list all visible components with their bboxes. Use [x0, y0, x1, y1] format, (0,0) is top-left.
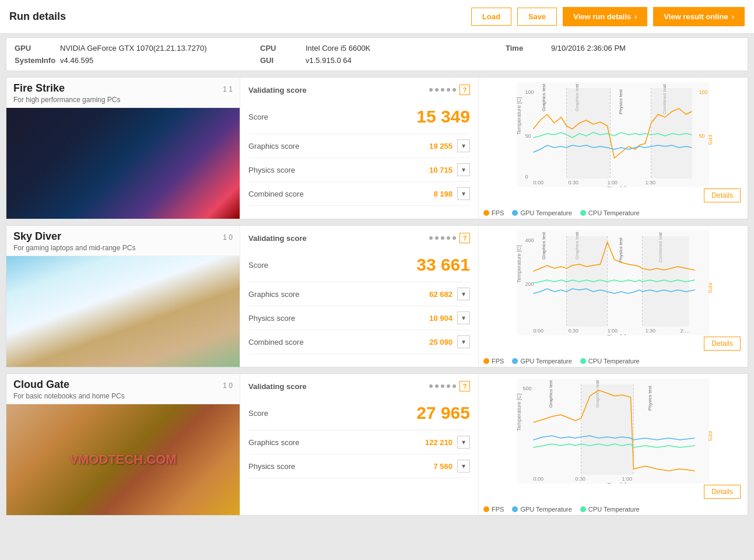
svg-text:500: 500 — [523, 386, 532, 391]
bench-middle-cloudgate: Validating score ? Score 27 — [240, 374, 479, 515]
dot — [441, 384, 444, 388]
cpu-row: CPU Intel Core i5 6600K — [260, 44, 494, 52]
gpu-temp-legend-dot — [512, 358, 518, 364]
dot — [429, 88, 433, 92]
subscore-row: Physics score 10 904 ▾ — [248, 306, 470, 330]
subscore-label: Graphics score — [248, 290, 299, 299]
bench-version: 1 1 — [223, 85, 233, 93]
bench-left-skydiver: Sky Diver 1 0 For gaming laptops and mid… — [6, 226, 240, 367]
details-button[interactable]: Details — [704, 188, 741, 202]
svg-text:0:30: 0:30 — [569, 328, 579, 334]
subscore-value: 10 715 — [429, 166, 453, 174]
svg-text:Graphics test 1: Graphics test 1 — [541, 230, 546, 260]
svg-rect-18 — [567, 88, 611, 178]
details-button[interactable]: Details — [704, 337, 741, 351]
benchmark-section-cloudgate: Cloud Gate 1 0 For basic notebooks and h… — [6, 373, 748, 516]
score-label: Score — [248, 113, 268, 121]
view-result-button[interactable]: View result online › — [653, 7, 745, 26]
dot — [447, 88, 450, 92]
legend-fps: FPS — [483, 209, 504, 216]
bench-header: Sky Diver 1 0 For gaming laptops and mid… — [6, 226, 240, 256]
bench-subtitle: For basic notebooks and home PCs — [13, 392, 233, 400]
score-value: 15 349 — [416, 107, 470, 127]
svg-text:Temperature [C]: Temperature [C] — [516, 97, 522, 135]
validating-label: Validating score — [248, 234, 307, 243]
gui-row: GUI v1.5.915.0 64 — [260, 56, 494, 65]
gpu-temp-legend-dot — [512, 210, 518, 216]
svg-text:50: 50 — [699, 133, 705, 139]
validating-dots — [429, 88, 456, 92]
subscore-label: Graphics score — [248, 142, 299, 150]
gui-label: GUI — [260, 56, 301, 65]
score-row: Score 15 349 — [248, 100, 470, 134]
sysinfo-label: SystemInfo — [15, 56, 55, 65]
validating-label: Validating score — [248, 86, 307, 94]
score-row: Score 33 661 — [248, 248, 470, 282]
question-button[interactable]: ? — [460, 381, 470, 391]
svg-text:Physics test: Physics test — [618, 237, 623, 262]
expand-button[interactable]: ▾ — [457, 139, 470, 152]
sysinfo-row: SystemInfo v4.46.595 — [15, 56, 248, 65]
expand-button[interactable]: ▾ — [457, 460, 470, 473]
svg-text:FPS: FPS — [707, 135, 713, 145]
details-button[interactable]: Details — [704, 485, 741, 499]
chart-legend: FPS GPU Temperature CPU Temperature — [483, 506, 743, 513]
bench-right-cloudgate: 500 0:00 0:30 1:00 Time [s] Graphics tes… — [479, 374, 748, 515]
cpu-value: Intel Core i5 6600K — [306, 44, 370, 52]
gpu-value: NVIDIA GeForce GTX 1070(21.21.13.7270) — [60, 44, 206, 52]
dot — [453, 236, 456, 240]
dot — [441, 236, 444, 240]
chevron-right-icon: › — [732, 12, 734, 21]
bench-subtitle: For gaming laptops and mid-range PCs — [13, 244, 233, 252]
dot — [429, 384, 433, 388]
gpu-label: GPU — [15, 44, 55, 52]
subscore-row: Physics score 7 560 ▾ — [248, 454, 470, 478]
svg-text:1:00: 1:00 — [608, 328, 618, 334]
legend-gpu-temp: GPU Temperature — [512, 358, 571, 365]
question-button[interactable]: ? — [460, 85, 470, 95]
expand-button[interactable]: ▾ — [457, 288, 470, 300]
subscore-label: Combined score — [248, 190, 304, 198]
fps-legend-dot — [483, 506, 489, 512]
dot — [435, 88, 439, 92]
expand-button[interactable]: ▾ — [457, 436, 470, 449]
subscore-row: Combined score 25 090 ▾ — [248, 330, 470, 354]
legend-cpu-temp: CPU Temperature — [580, 358, 640, 365]
svg-text:1:00: 1:00 — [622, 476, 633, 482]
validating-header: Validating score ? — [248, 381, 470, 391]
svg-text:FPS: FPS — [707, 283, 713, 293]
svg-text:1:00: 1:00 — [608, 180, 618, 186]
validating-dots — [429, 236, 456, 240]
bench-image: VMODTECH.COM — [6, 404, 240, 515]
expand-button[interactable]: ▾ — [457, 163, 470, 176]
question-button[interactable]: ? — [460, 233, 470, 243]
fps-legend-label: FPS — [492, 358, 504, 365]
subscore-row: Physics score 10 715 ▾ — [248, 158, 470, 182]
validating-header: Validating score ? — [248, 85, 470, 95]
bench-header: Cloud Gate 1 0 For basic notebooks and h… — [6, 374, 240, 404]
expand-button[interactable]: ▾ — [457, 335, 470, 348]
dot — [435, 384, 439, 388]
bench-subtitle: For high performance gaming PCs — [13, 96, 233, 104]
svg-text:0:00: 0:00 — [534, 180, 544, 186]
view-run-button[interactable]: View run details › — [563, 7, 647, 26]
time-value: 9/10/2016 2:36:06 PM — [551, 44, 626, 52]
bench-left-firestrike: Fire Strike 1 1 For high performance gam… — [6, 78, 240, 219]
bench-left-cloudgate: Cloud Gate 1 0 For basic notebooks and h… — [6, 374, 240, 515]
score-label: Score — [248, 261, 268, 270]
svg-text:1:30: 1:30 — [646, 328, 656, 334]
expand-button[interactable]: ▾ — [457, 187, 470, 200]
score-value: 33 661 — [416, 255, 470, 275]
expand-button[interactable]: ▾ — [457, 312, 470, 324]
save-button[interactable]: Save — [517, 8, 557, 26]
validating-dots — [429, 384, 456, 388]
sysinfo-value: v4.46.595 — [60, 56, 93, 65]
legend-fps: FPS — [483, 358, 504, 365]
dot — [447, 384, 450, 388]
load-button[interactable]: Load — [471, 8, 511, 26]
bench-middle-firestrike: Validating score ? Score 15 — [240, 78, 479, 219]
subscore-row: Graphics score 19 255 ▾ — [248, 134, 470, 158]
gpu-temp-legend-dot — [512, 506, 518, 512]
gpu-temp-legend-label: GPU Temperature — [520, 209, 571, 216]
bench-title: Sky Diver — [13, 230, 61, 243]
